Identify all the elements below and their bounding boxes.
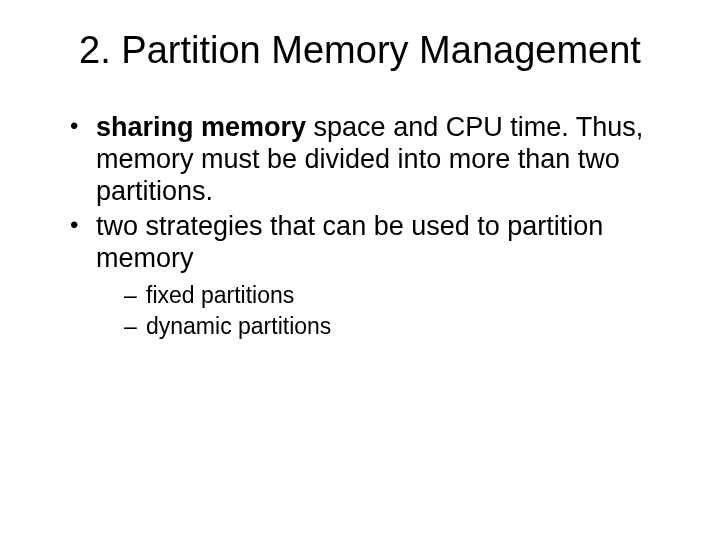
slide: 2. Partition Memory Management sharing m… (0, 0, 720, 540)
slide-title: 2. Partition Memory Management (40, 30, 680, 72)
list-item: dynamic partitions (124, 312, 680, 341)
list-item: fixed partitions (124, 281, 680, 310)
bullet-text: two strategies that can be used to parti… (96, 211, 603, 273)
list-item: sharing memory space and CPU time. Thus,… (70, 112, 680, 208)
sub-bullet-list: fixed partitions dynamic partitions (124, 281, 680, 341)
sub-bullet-text: dynamic partitions (146, 313, 331, 339)
bullet-list: sharing memory space and CPU time. Thus,… (70, 112, 680, 341)
sub-bullet-text: fixed partitions (146, 282, 294, 308)
list-item: two strategies that can be used to parti… (70, 211, 680, 340)
bullet-bold-text: sharing memory (96, 112, 314, 142)
